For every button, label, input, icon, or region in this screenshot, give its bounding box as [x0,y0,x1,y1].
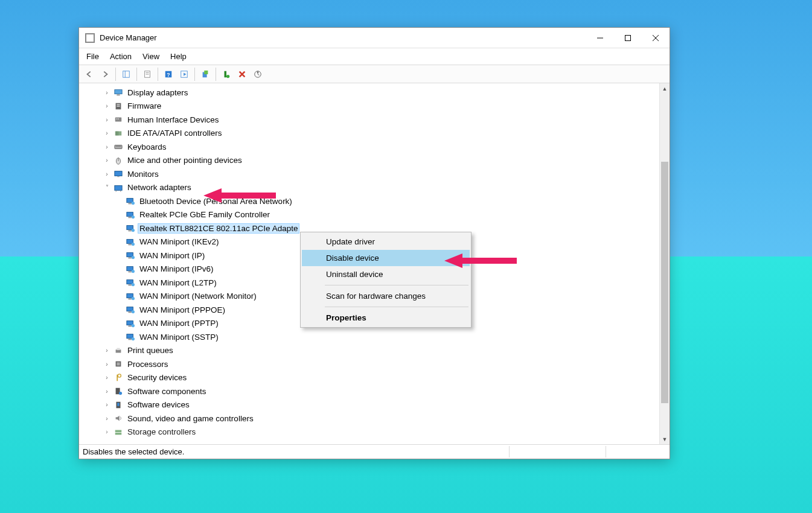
expand-icon[interactable]: › [102,171,112,177]
tree-category[interactable]: ›Processors [97,357,659,371]
category-icon [113,142,124,151]
device-label: WAN Miniport (IP) [138,251,206,260]
minimize-button[interactable] [586,28,614,48]
tree-category[interactable]: ›Human Interface Devices [97,113,659,127]
category-label: Sound, video and game controllers [126,414,255,423]
network-adapter-icon [125,319,136,328]
tree-category[interactable]: ›IDE ATA/ATAPI controllers [97,127,659,141]
category-icon [113,115,124,124]
maximize-button[interactable] [614,28,642,48]
menu-help[interactable]: Help [170,52,187,61]
expand-icon[interactable]: › [102,415,112,422]
scan-button[interactable] [176,67,192,81]
svg-rect-32 [115,171,122,176]
forward-button[interactable] [97,67,113,81]
statusbar: Disables the selected device. [79,444,670,459]
expand-icon[interactable]: › [102,388,112,395]
category-label: Monitors [126,170,160,179]
tree-category[interactable]: ›Storage controllers [97,425,659,439]
svg-point-55 [132,283,135,286]
svg-point-64 [132,324,135,327]
expand-icon[interactable]: › [102,157,112,164]
tree-category[interactable]: ›Sound, video and game controllers [97,412,659,425]
collapse-icon[interactable]: ˅ [102,184,112,191]
svg-rect-78 [115,430,122,432]
context-menu-item[interactable]: Properties [302,310,470,326]
scroll-down-icon[interactable]: ▼ [660,434,670,444]
tree-category[interactable]: ˅Network adapters [97,181,659,195]
tree-category[interactable]: ›Print queues [97,344,659,358]
menu-view[interactable]: View [142,52,159,61]
tree-category[interactable]: ›Display adapters [97,86,659,100]
help-button[interactable]: ? [161,67,176,81]
category-icon [113,373,124,383]
enable-button[interactable] [219,67,234,81]
category-label: IDE ATA/ATAPI controllers [126,129,223,138]
back-button[interactable] [82,67,97,81]
tree-category[interactable]: ›Monitors [97,167,659,181]
device-label: Realtek PCIe GbE Family Controller [138,210,271,219]
svg-rect-79 [115,433,122,435]
expand-icon[interactable]: › [102,103,112,109]
network-adapter-icon [125,278,136,287]
svg-point-40 [132,215,135,218]
expand-icon[interactable]: › [102,116,112,123]
menu-separator [325,285,468,285]
tree-category[interactable]: ›Firmware [97,100,659,113]
svg-rect-13 [204,70,208,74]
menu-action[interactable]: Action [110,52,132,61]
tree-device-item[interactable]: Realtek PCIe GbE Family Controller [97,208,659,222]
expand-icon[interactable]: › [102,429,112,435]
show-hide-button[interactable] [118,67,134,81]
category-label: Storage controllers [126,427,197,436]
expand-icon[interactable]: › [102,361,112,368]
scan-hardware-button[interactable] [250,67,266,81]
category-icon [113,427,124,437]
category-label: Print queues [126,346,174,355]
expand-icon[interactable]: › [102,144,112,150]
svg-rect-54 [129,285,132,286]
expand-icon[interactable]: › [102,130,112,136]
menu-file[interactable]: File [86,52,99,61]
tree-category[interactable]: ›Mice and other pointing devices [97,154,659,168]
context-menu-item[interactable]: Scan for hardware changes [302,288,470,304]
scrollbar[interactable]: ▲ ▼ [659,83,670,444]
titlebar[interactable]: Device Manager [79,28,670,48]
tree-category[interactable]: ›Security devices [97,371,659,385]
svg-rect-4 [123,71,130,77]
expand-icon[interactable]: › [102,89,112,96]
scroll-up-icon[interactable]: ▲ [660,83,670,94]
device-label: WAN Miniport (SSTP) [138,333,220,342]
svg-rect-51 [129,271,132,272]
expand-icon[interactable]: › [102,374,112,381]
expand-icon[interactable]: › [102,401,112,408]
context-menu-item[interactable]: Update driver [302,234,470,250]
scroll-thumb[interactable] [661,162,668,403]
expand-icon[interactable]: › [102,347,112,354]
tree-category[interactable]: ›Software components [97,384,659,398]
category-label: Software components [126,387,208,396]
category-label: Display adapters [126,88,190,97]
network-adapter-icon [125,305,136,314]
uninstall-button[interactable] [234,67,250,81]
svg-rect-60 [129,312,132,313]
svg-rect-77 [117,403,120,406]
update-driver-button[interactable] [197,67,213,81]
category-label: Security devices [126,373,188,382]
tree-device-item[interactable]: Bluetooth Device (Personal Area Network) [97,194,659,208]
properties-button[interactable] [139,67,155,81]
svg-rect-48 [129,258,132,259]
svg-point-52 [132,270,135,273]
category-label: Software devices [126,400,191,409]
svg-point-58 [132,297,135,300]
close-button[interactable] [642,28,670,48]
device-label: Realtek RTL8821CE 802.11ac PCIe Adapte [138,224,299,233]
svg-rect-28 [115,145,122,149]
app-icon [85,33,95,43]
svg-point-15 [226,74,229,77]
svg-point-49 [132,256,135,259]
tree-device-item[interactable]: WAN Miniport (SSTP) [97,330,659,344]
tree-category[interactable]: ›Keyboards [97,140,659,154]
svg-point-75 [119,392,122,395]
tree-category[interactable]: ›Software devices [97,398,659,412]
